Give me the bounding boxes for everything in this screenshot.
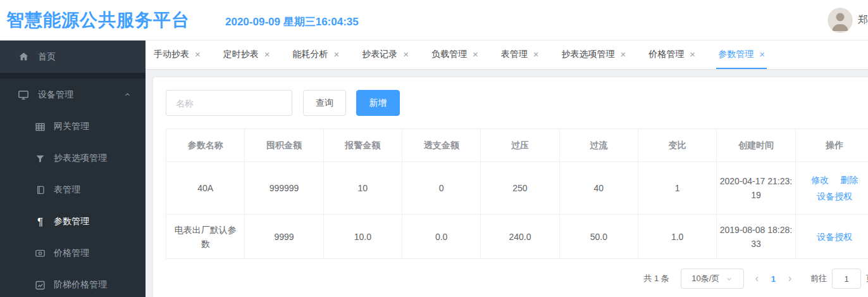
tab-close-icon[interactable]: ×: [533, 49, 539, 60]
table-cell-created-time: 2019-08-08 18:28:33: [717, 215, 795, 259]
user-menu[interactable]: 郑: [828, 8, 868, 33]
tab-label: 抄表记录: [362, 49, 397, 60]
edit-link[interactable]: 修改: [811, 175, 829, 185]
page-size-select[interactable]: 10条/页: [681, 269, 744, 289]
table-header-row: 参数名称 囤积金额 报警金额 透支金额 过压 过流 变比 创建时间 操作: [166, 129, 868, 162]
tab-close-icon[interactable]: ×: [195, 49, 201, 60]
device-authorize-link[interactable]: 设备授权: [817, 191, 852, 201]
column-header-alarm-amount: 报警金额: [323, 129, 402, 162]
sidebar-item-label: 首页: [38, 51, 56, 63]
grid-icon: [35, 121, 46, 132]
table-cell: 10: [323, 162, 402, 215]
tab-close-icon[interactable]: ×: [403, 49, 409, 60]
tab-load-management[interactable]: 负载管理 ×: [430, 41, 480, 69]
tab-label: 手动抄表: [154, 49, 189, 60]
search-input[interactable]: [166, 90, 292, 116]
header-datetime: 2020-09-09 星期三16:04:35: [225, 15, 359, 29]
tab-meter-management[interactable]: 表管理 ×: [499, 41, 541, 69]
chevron-left-icon: [753, 275, 761, 283]
add-button[interactable]: 新增: [356, 90, 400, 116]
tab-manual-meter-reading[interactable]: 手动抄表 ×: [152, 41, 202, 69]
tab-price-management[interactable]: 价格管理 ×: [647, 41, 697, 69]
table-cell: 999999: [245, 162, 323, 215]
monitor-icon: [18, 89, 29, 101]
sidebar-item-label: 设备管理: [38, 89, 73, 101]
sidebar-item-gateway-management[interactable]: 网关管理: [0, 111, 146, 142]
sidebar-item-parameter-management[interactable]: ¶ 参数管理: [0, 206, 146, 237]
device-authorize-link[interactable]: 设备授权: [817, 232, 852, 242]
tab-label: 参数管理: [718, 49, 753, 60]
content-area: 查询 新增 参数名称 囤积金额 报警金额 透支金额 过压 过流 变比: [146, 70, 868, 297]
tab-close-icon[interactable]: ×: [690, 49, 695, 60]
tab-close-icon[interactable]: ×: [621, 49, 626, 60]
tab-label: 定时抄表: [223, 49, 259, 60]
line-chart-icon: [35, 279, 46, 291]
tab-label: 抄表选项管理: [562, 49, 615, 60]
tab-label: 价格管理: [648, 49, 684, 60]
column-header-overdraft-amount: 透支金额: [402, 129, 480, 162]
pilcrow-icon: ¶: [35, 216, 46, 227]
tab-scheduled-meter-reading[interactable]: 定时抄表 ×: [221, 41, 272, 69]
filter-icon: [35, 153, 46, 164]
goto-label: 前往: [810, 273, 827, 284]
tab-close-icon[interactable]: ×: [264, 49, 270, 60]
table-cell: 1.0: [638, 215, 716, 259]
table-cell: 电表出厂默认参数: [166, 215, 245, 259]
delete-link[interactable]: 删除: [840, 175, 858, 185]
table-cell: 40: [559, 162, 638, 215]
operations-cell: 修改 删除 设备授权: [795, 162, 868, 215]
query-button[interactable]: 查询: [303, 90, 346, 116]
goto-page-input[interactable]: [832, 269, 861, 289]
table-cell: 50.0: [559, 215, 638, 259]
sidebar-item-home[interactable]: 首页: [0, 41, 146, 73]
page-number-1[interactable]: 1: [771, 274, 776, 284]
avatar[interactable]: [828, 8, 853, 33]
app-title: 智慧能源公共服务平台: [6, 8, 190, 32]
username: 郑: [858, 13, 868, 27]
tab-label: 表管理: [501, 49, 528, 60]
content-panel: 查询 新增 参数名称 囤积金额 报警金额 透支金额 过压 过流 变比: [153, 77, 868, 297]
column-header-overcurrent: 过流: [559, 129, 638, 162]
tab-close-icon[interactable]: ×: [759, 49, 765, 60]
sidebar-divider: [0, 73, 146, 79]
table-row: 电表出厂默认参数 9999 10.0 0.0 240.0 50.0 1.0 20…: [166, 215, 868, 259]
tab-close-icon[interactable]: ×: [473, 49, 478, 60]
table-row: 40A 999999 10 0 250 40 1 2020-04-17 21:2…: [166, 162, 868, 215]
sidebar-item-label: 阶梯价格管理: [54, 279, 107, 291]
banknote-icon: [35, 248, 46, 259]
sidebar-item-device-management[interactable]: 设备管理: [0, 79, 146, 111]
tab-close-icon[interactable]: ×: [334, 49, 340, 60]
home-icon: [18, 51, 29, 63]
next-page-button[interactable]: [786, 275, 794, 283]
tab-meter-reading-records[interactable]: 抄表记录 ×: [360, 41, 411, 69]
tab-bar: 手动抄表 × 定时抄表 × 能耗分析 × 抄表记录 × 负载管理 × 表管理 ×: [146, 41, 868, 70]
sidebar-item-price-management[interactable]: 价格管理: [0, 237, 146, 269]
table-cell: 240.0: [481, 215, 559, 259]
table-cell-created-time: 2020-04-17 21:23:19: [717, 162, 795, 215]
sidebar-item-label: 参数管理: [54, 216, 89, 227]
tab-meter-reading-options-management[interactable]: 抄表选项管理 ×: [560, 41, 628, 69]
table-cell: 9999: [245, 215, 323, 259]
tab-parameter-management[interactable]: 参数管理 ×: [716, 41, 767, 69]
pagination: 共 1 条 10条/页 1 前往 页: [166, 269, 868, 289]
table-cell: 40A: [166, 162, 245, 215]
sidebar-item-label: 价格管理: [54, 248, 89, 259]
table-cell: 10.0: [323, 215, 402, 259]
sidebar-item-label: 表管理: [54, 184, 80, 196]
chevron-up-icon[interactable]: [123, 91, 132, 99]
prev-page-button[interactable]: [753, 275, 761, 283]
sidebar: 首页 设备管理 网关管理 抄表选项管理: [0, 41, 146, 297]
column-header-created-time: 创建时间: [717, 129, 795, 162]
column-header-stored-amount: 囤积金额: [245, 129, 323, 162]
sidebar-item-label: 抄表选项管理: [54, 153, 107, 164]
column-header-overvoltage: 过压: [481, 129, 559, 162]
sidebar-item-tiered-price-management[interactable]: 阶梯价格管理: [0, 269, 146, 297]
total-count: 共 1 条: [643, 273, 669, 284]
tab-energy-analysis[interactable]: 能耗分析 ×: [291, 41, 342, 69]
table-cell: 0.0: [402, 215, 480, 259]
table-cell: 1: [638, 162, 716, 215]
screen: 智慧能源公共服务平台 2020-09-09 星期三16:04:35 郑 首页 设…: [0, 0, 868, 297]
sidebar-item-meter-reading-options[interactable]: 抄表选项管理: [0, 142, 146, 174]
parameters-table: 参数名称 囤积金额 报警金额 透支金额 过压 过流 变比 创建时间 操作: [166, 129, 868, 259]
sidebar-item-meter-management[interactable]: 表管理: [0, 174, 146, 206]
